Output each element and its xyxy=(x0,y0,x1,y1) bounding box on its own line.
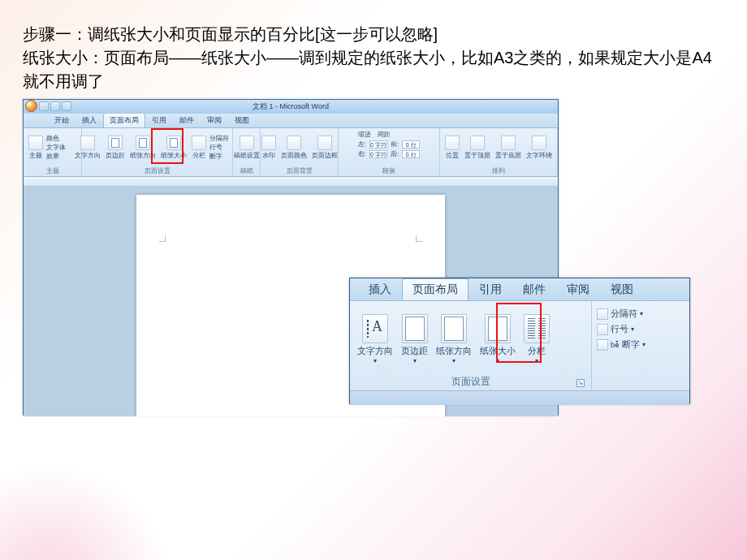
page-borders-button[interactable]: 页面边框 xyxy=(310,135,339,161)
group-paragraph: 缩进 间距 左:0 字符 前:0 行 右:0 字符 后:0 行 段落 xyxy=(339,128,440,176)
orientation-icon xyxy=(441,314,467,343)
ribbon-tabs: 开始 插入 页面布局 引用 邮件 审阅 视图 xyxy=(24,114,558,128)
group-page-setup: 文字方向 页边距 纸张方向 纸张大小 分栏 分隔符 行号 断字 页面设置 xyxy=(82,128,233,176)
breaks-icon xyxy=(597,308,608,320)
indent-left-input[interactable]: 0 字符 xyxy=(369,140,387,149)
inset-text-direction-button[interactable]: 文字方向 ▾ xyxy=(355,312,395,365)
text-wrap-icon xyxy=(532,136,546,150)
inset-orientation-button[interactable]: 纸张方向 ▾ xyxy=(434,312,474,365)
inset-bottom-strip xyxy=(350,390,689,405)
inset-tab-page-layout[interactable]: 页面布局 xyxy=(402,278,468,300)
inset-line-numbers-button[interactable]: 行号 ▾ xyxy=(597,323,684,335)
ribbon: 主题 颜色 文字体 效果 主题 文字方向 页边距 纸张方向 纸张大小 分栏 分隔… xyxy=(24,128,558,177)
tab-insert[interactable]: 插入 xyxy=(76,113,103,127)
page-size-icon xyxy=(485,314,511,343)
position-icon xyxy=(445,136,460,150)
chevron-down-icon: ▾ xyxy=(452,359,456,364)
indent-label: 缩进 xyxy=(358,130,371,139)
send-back-icon xyxy=(501,136,516,150)
watermark-icon xyxy=(261,136,276,150)
hyphenation-button[interactable]: 断字 xyxy=(209,153,242,161)
inset-group-extras: 分隔符 ▾ 行号 ▾ bễ 断字 ▾ xyxy=(592,301,689,390)
line-numbers-icon xyxy=(597,324,608,335)
inset-group-page-setup-label: 页面设置 ↘ xyxy=(355,373,586,389)
inset-margins-button[interactable]: 页边距 ▾ xyxy=(399,312,430,365)
inset-page-size-button[interactable]: 纸张大小 ▾ xyxy=(477,312,518,365)
tab-home[interactable]: 开始 xyxy=(48,113,76,127)
inset-tab-references[interactable]: 引用 xyxy=(468,278,512,300)
tab-mailings[interactable]: 邮件 xyxy=(173,113,201,127)
inset-hyphenation-button[interactable]: bễ 断字 ▾ xyxy=(597,338,684,351)
watermark-button[interactable]: 水印 xyxy=(260,135,278,161)
office-button-icon[interactable] xyxy=(25,100,37,112)
breaks-button[interactable]: 分隔符 xyxy=(209,135,242,143)
orientation-icon xyxy=(136,136,150,150)
slide-caption: 步骤一：调纸张大小和页面显示的百分比[这一步可以忽略] 纸张大小：页面布局——纸… xyxy=(23,23,721,93)
tab-references[interactable]: 引用 xyxy=(145,113,173,127)
columns-button[interactable]: 分栏 xyxy=(190,135,208,161)
tab-view[interactable]: 视图 xyxy=(228,113,256,127)
themes-button[interactable]: 主题 xyxy=(27,135,45,161)
group-background-label: 页面背景 xyxy=(287,166,313,175)
chevron-down-icon: ▾ xyxy=(535,359,538,364)
bring-front-icon xyxy=(470,136,485,150)
inset-columns-button[interactable]: 分栏 ▾ xyxy=(521,312,552,365)
ruler xyxy=(24,177,558,187)
page-size-button[interactable]: 纸张大小 xyxy=(159,135,188,161)
margins-button[interactable]: 页边距 xyxy=(104,135,127,161)
margins-icon xyxy=(402,314,428,343)
group-page-setup-label: 页面设置 xyxy=(145,166,171,175)
chevron-down-icon: ▾ xyxy=(496,359,499,364)
group-manuscript-label: 稿纸 xyxy=(240,166,253,175)
inset-breaks-button[interactable]: 分隔符 ▾ xyxy=(597,308,684,320)
inset-tab-mailings[interactable]: 邮件 xyxy=(512,278,556,300)
bring-front-button[interactable]: 置于顶层 xyxy=(463,135,492,161)
ribbon-inset: 插入 页面布局 引用 邮件 审阅 视图 文字方向 ▾ 页边距 ▾ 纸 xyxy=(349,278,690,404)
text-wrap-button[interactable]: 文字环绕 xyxy=(525,135,554,161)
page-color-button[interactable]: 页面颜色 xyxy=(279,135,309,161)
tab-page-layout[interactable]: 页面布局 xyxy=(103,113,145,127)
manuscript-icon xyxy=(240,136,254,150)
columns-icon xyxy=(524,314,550,343)
chevron-down-icon: ▾ xyxy=(413,359,417,364)
titlebar: 文档 1 - Microsoft Word xyxy=(24,100,558,114)
inset-ribbon: 文字方向 ▾ 页边距 ▾ 纸张方向 ▾ 纸张大小 ▾ xyxy=(350,301,689,390)
group-page-background: 水印 页面颜色 页面边框 页面背景 xyxy=(261,128,339,176)
position-button[interactable]: 位置 xyxy=(443,135,461,161)
spacing-before-input[interactable]: 0 行 xyxy=(402,140,420,149)
page-size-icon xyxy=(166,136,181,150)
group-arrange-label: 排列 xyxy=(492,166,505,175)
caption-line-2: 纸张大小：页面布局——纸张大小——调到规定的纸张大小，比如A3之类的，如果规定大… xyxy=(23,46,721,93)
indent-right-input[interactable]: 0 字符 xyxy=(369,150,387,158)
text-direction-icon xyxy=(80,136,95,150)
window-title: 文档 1 - Microsoft Word xyxy=(253,102,329,110)
qat-redo-icon[interactable] xyxy=(62,101,71,111)
send-back-button[interactable]: 置于底层 xyxy=(494,135,523,161)
spacing-after-input[interactable]: 0 行 xyxy=(402,150,420,158)
margin-mark-tl-icon xyxy=(159,235,166,242)
group-paragraph-label: 段落 xyxy=(382,166,395,175)
orientation-button[interactable]: 纸张方向 xyxy=(128,135,158,161)
inset-tab-insert[interactable]: 插入 xyxy=(358,278,402,300)
caption-line-1: 步骤一：调纸张大小和页面显示的百分比[这一步可以忽略] xyxy=(23,23,721,46)
text-direction-icon xyxy=(362,314,388,343)
page-color-icon xyxy=(287,136,301,150)
columns-icon xyxy=(192,136,206,150)
margins-icon xyxy=(108,136,123,150)
page-borders-icon xyxy=(317,136,332,150)
chevron-down-icon: ▾ xyxy=(374,359,377,364)
group-arrange: 位置 置于顶层 置于底层 文字环绕 排列 xyxy=(440,128,558,176)
inset-tab-review[interactable]: 审阅 xyxy=(556,278,600,300)
hyphenation-icon xyxy=(597,339,608,351)
margin-mark-tr-icon xyxy=(416,235,422,242)
dialog-launcher-icon[interactable]: ↘ xyxy=(576,379,585,387)
line-numbers-button[interactable]: 行号 xyxy=(209,144,242,152)
inset-tabs: 插入 页面布局 引用 邮件 审阅 视图 xyxy=(350,278,689,301)
qat-undo-icon[interactable] xyxy=(50,101,60,111)
inset-group-page-setup: 文字方向 ▾ 页边距 ▾ 纸张方向 ▾ 纸张大小 ▾ xyxy=(350,301,592,390)
text-direction-button[interactable]: 文字方向 xyxy=(73,135,102,161)
themes-icon xyxy=(28,136,43,150)
qat-save-icon[interactable] xyxy=(39,101,49,111)
tab-review[interactable]: 审阅 xyxy=(201,113,228,127)
inset-tab-view[interactable]: 视图 xyxy=(600,278,644,300)
